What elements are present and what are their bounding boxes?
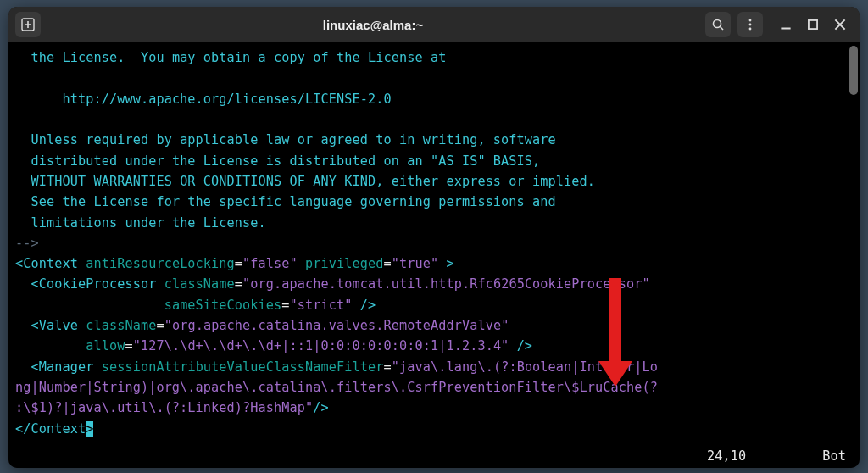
- kebab-icon: [743, 18, 757, 31]
- attr-value: "127\.\d+\.\d+\.\d+|::1|0:0:0:0:0:0:0:1|…: [133, 338, 509, 353]
- svg-point-6: [749, 24, 752, 26]
- new-tab-button[interactable]: [15, 12, 41, 37]
- attr-value: "java\.lang\.(?:Boolean|Integer|Lo: [392, 359, 658, 375]
- window-title: linuxiac@alma:~: [47, 18, 698, 32]
- window-controls: [778, 17, 848, 32]
- license-line: distributed under the License is distrib…: [15, 153, 540, 169]
- tag-cookieprocessor: <CookieProcessor: [31, 276, 157, 292]
- license-line: WITHOUT WARRANTIES OR CONDITIONS OF ANY …: [15, 174, 595, 189]
- attr-value: "false": [242, 256, 298, 271]
- plus-box-icon: [21, 18, 35, 31]
- cursor: >: [86, 421, 93, 437]
- attr-name: privileged: [305, 256, 383, 271]
- titlebar: linuxiac@alma:~: [8, 7, 860, 42]
- svg-point-3: [714, 20, 721, 28]
- terminal-window: linuxiac@alma:~ the License. You may obt…: [8, 7, 860, 468]
- tag-manager: <Manager: [31, 359, 94, 375]
- terminal-body[interactable]: the License. You may obtain a copy of th…: [8, 42, 860, 468]
- svg-rect-9: [809, 20, 817, 29]
- attr-value: "true": [392, 256, 438, 271]
- license-line: limitations under the License.: [15, 215, 266, 231]
- minimize-button[interactable]: [778, 17, 793, 32]
- license-line: See the License for the specific languag…: [15, 194, 556, 209]
- attr-name: className: [86, 318, 156, 333]
- attr-value: "strict": [290, 298, 353, 313]
- comment-end: -->: [15, 236, 39, 251]
- close-button[interactable]: [832, 17, 848, 32]
- cursor-position: 24,10: [707, 446, 746, 466]
- terminal-content: the License. You may obtain a copy of th…: [15, 47, 860, 439]
- svg-line-4: [721, 27, 724, 31]
- tag-selfclose: />: [313, 400, 329, 415]
- attr-value-cont: ng|Number|String)|org\.apache\.catalina\…: [15, 380, 658, 395]
- tag-selfclose: />: [360, 298, 376, 313]
- minimize-icon: [778, 17, 793, 32]
- tag-close-bracket: >: [446, 256, 453, 271]
- maximize-icon: [805, 17, 821, 32]
- attr-name: antiResourceLocking: [86, 256, 235, 271]
- tag-context-open: <Context: [15, 256, 78, 271]
- attr-value: "org.apache.tomcat.util.http.Rfc6265Cook…: [242, 276, 650, 292]
- tag-valve: <Valve: [31, 318, 78, 333]
- search-button[interactable]: [705, 12, 731, 37]
- scrollbar-thumb[interactable]: [849, 46, 858, 95]
- attr-name: allow: [86, 338, 125, 353]
- svg-point-5: [749, 19, 752, 22]
- scroll-location: Bot: [822, 446, 846, 466]
- svg-point-7: [749, 28, 752, 31]
- license-line: Unless required by applicable law or agr…: [15, 132, 556, 147]
- close-icon: [832, 17, 848, 32]
- license-url: http://www.apache.org/licenses/LICENSE-2…: [15, 92, 392, 107]
- attr-value-cont: :\$1)?|java\.util\.(?:Linked)?HashMap": [15, 400, 313, 415]
- license-line: the License. You may obtain a copy of th…: [15, 50, 446, 65]
- vim-statusbar: 24,10 Bot: [707, 446, 846, 466]
- attr-name: className: [164, 276, 235, 292]
- menu-button[interactable]: [737, 12, 763, 37]
- attr-name: sessionAttributeValueClassNameFilter: [102, 359, 384, 375]
- maximize-button[interactable]: [805, 17, 821, 32]
- attr-name: sameSiteCookies: [164, 298, 282, 313]
- search-icon: [711, 18, 725, 31]
- tag-selfclose: />: [517, 338, 533, 353]
- tag-context-close: </Context: [15, 421, 86, 437]
- attr-value: "org.apache.catalina.valves.RemoteAddrVa…: [164, 318, 509, 333]
